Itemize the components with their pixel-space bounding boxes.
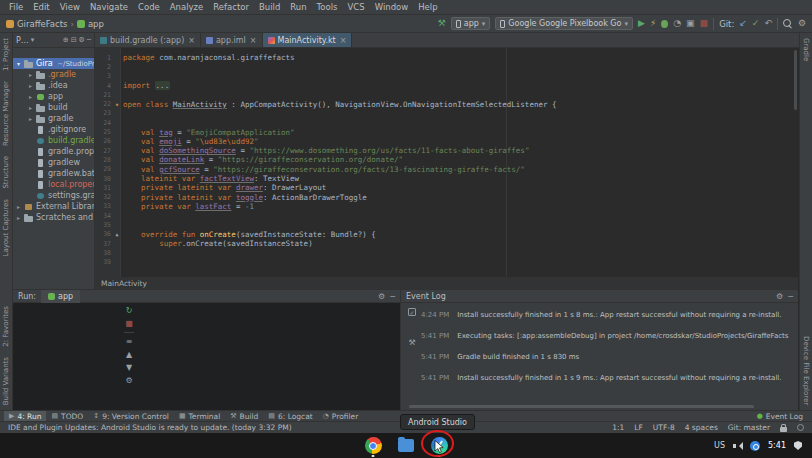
taskbar-files[interactable]: [397, 434, 416, 457]
tree-item-build-gradle[interactable]: build.gradle: [13, 135, 94, 146]
event-log-entry[interactable]: 5:41 PMInstall successfully finished in …: [421, 374, 794, 382]
menu-item-help[interactable]: Help: [413, 2, 442, 12]
status-1-1[interactable]: 1:1: [612, 423, 624, 432]
toolwindow-button-4-run[interactable]: ▶4: Run: [4, 411, 46, 421]
settings-gear-icon[interactable]: ⚙: [79, 36, 85, 44]
stop-icon[interactable]: ■: [125, 319, 133, 328]
tool-stripe-device-file-explorer[interactable]: Device File Explorer: [802, 336, 810, 405]
tool-stripe-structure[interactable]: Structure: [2, 156, 10, 189]
tree-item-local-properties[interactable]: local.properties: [13, 179, 94, 190]
run-configuration-select[interactable]: app ▾: [451, 17, 491, 30]
event-log-content[interactable]: 4:24 PMInstall successfully finished in …: [401, 303, 798, 410]
tree-item-gradlew-bat[interactable]: gradlew.bat: [13, 168, 94, 179]
code-line[interactable]: 35: [95, 220, 798, 229]
menu-item-run[interactable]: Run: [285, 2, 311, 12]
event-log-entry[interactable]: 5:41 PMGradle build finished in 1 s 830 …: [421, 353, 794, 361]
breadcrumb-class-name[interactable]: MainActivity: [101, 279, 147, 288]
tree-item-gradle[interactable]: ▸.gradle: [13, 69, 94, 80]
toolwindow-button-event-log[interactable]: ●Event Log: [752, 412, 808, 421]
code-line[interactable]: 34: [95, 211, 798, 220]
menu-item-navigate[interactable]: Navigate: [85, 2, 133, 12]
code-line[interactable]: 38: [95, 248, 798, 257]
collapse-all-icon[interactable]: ⊟: [71, 36, 77, 44]
editor-scrollbar[interactable]: [794, 50, 797, 110]
tree-item-gitignore[interactable]: .gitignore: [13, 124, 94, 135]
menu-item-window[interactable]: Window: [370, 2, 414, 12]
menu-item-tools[interactable]: Tools: [312, 2, 343, 12]
code-line[interactable]: 21: [95, 90, 798, 99]
settings-gear-icon[interactable]: ⚙: [378, 292, 385, 301]
code-line[interactable]: 31 private lateinit var drawer: DrawerLa…: [95, 183, 798, 192]
apply-changes-button[interactable]: ⚡: [650, 19, 656, 28]
tree-item-gradle-properties[interactable]: gradle.properties: [13, 146, 94, 157]
keyboard-layout-indicator[interactable]: US: [714, 441, 725, 450]
menu-item-analyze[interactable]: Analyze: [165, 2, 209, 12]
tree-item-app[interactable]: ▸app: [13, 91, 94, 102]
settings-gear-icon[interactable]: ⚙: [798, 19, 806, 28]
tab-app-iml[interactable]: app.iml×: [201, 33, 263, 47]
memory-indicator-icon[interactable]: [797, 424, 804, 431]
status-message[interactable]: IDE and Plugin Updates: Android Studio i…: [8, 423, 292, 432]
git-rollback-button[interactable]: ↶: [764, 19, 772, 28]
run-button[interactable]: ▶: [638, 19, 645, 28]
code-line[interactable]: 24: [95, 118, 798, 127]
attach-debugger-button[interactable]: ▣: [686, 19, 695, 28]
expand-all-icon[interactable]: ⊕: [63, 36, 69, 44]
code-line[interactable]: 27 val doSomethingSource = "https://www.…: [95, 146, 798, 155]
close-icon[interactable]: ×: [250, 36, 257, 45]
menu-item-code[interactable]: Code: [133, 2, 165, 12]
toolwindow-button-terminal[interactable]: ▦Terminal: [174, 411, 225, 421]
shield-icon[interactable]: [794, 441, 802, 450]
tool-stripe-build-variants[interactable]: Build Variants: [2, 357, 10, 405]
console-settings-icon[interactable]: ⚙: [125, 376, 132, 385]
code-line[interactable]: 4import ...: [95, 81, 798, 90]
status-lf[interactable]: LF: [634, 423, 643, 432]
breadcrumb-giraffefacts[interactable]: GiraffeFacts: [6, 19, 68, 29]
code-line[interactable]: 28 val donateLink = "https://giraffecons…: [95, 155, 798, 164]
event-log-scrollbar[interactable]: [409, 405, 754, 408]
code-line[interactable]: 23: [95, 109, 798, 118]
tool-stripe-layout-captures[interactable]: Layout Captures: [2, 199, 10, 257]
code-line[interactable]: 37 super.onCreate(savedInstanceState): [95, 239, 798, 248]
stop-button[interactable]: ■: [700, 19, 709, 28]
menu-icon[interactable]: ≡: [126, 337, 133, 346]
volume-icon[interactable]: [733, 442, 742, 450]
code-line[interactable]: 1package com.naranjaconsal.giraffefacts: [95, 53, 798, 62]
code-line[interactable]: 36▲ override fun onCreate(savedInstanceS…: [95, 230, 798, 239]
bookmark-gutter-icon[interactable]: ▪: [113, 102, 121, 107]
breadcrumb-app[interactable]: app: [77, 19, 104, 29]
git-commit-button[interactable]: ✓: [752, 19, 760, 28]
toolwindow-button-9-version-control[interactable]: ↕9: Version Control: [88, 411, 174, 421]
build-hammer-icon[interactable]: ⚒: [438, 19, 446, 28]
tree-item-build[interactable]: ▸build: [13, 102, 94, 113]
code-line[interactable]: 33 private var lastFact = -1: [95, 202, 798, 211]
tool-stripe-gradle[interactable]: Gradle: [802, 38, 810, 61]
tree-item-idea[interactable]: ▸.idea: [13, 80, 94, 91]
code-area[interactable]: 1package com.naranjaconsal.giraffefacts2…: [95, 48, 798, 277]
search-icon[interactable]: [783, 19, 793, 29]
tool-stripe-resource-manager[interactable]: Resource Manager: [2, 81, 10, 146]
code-line[interactable]: 32 private lateinit var toggle: ActionBa…: [95, 192, 798, 201]
debug-button[interactable]: [661, 20, 668, 28]
notification-icon[interactable]: [750, 441, 760, 451]
hide-icon[interactable]: ─: [788, 292, 793, 301]
code-line[interactable]: 22▪open class MainActivity : AppCompatAc…: [95, 99, 798, 108]
event-log-entry[interactable]: 5:41 PMExecuting tasks: [:app:assembleDe…: [421, 332, 794, 340]
status-utf-8[interactable]: UTF-8: [653, 423, 675, 432]
close-icon[interactable]: ×: [340, 36, 347, 45]
scroll-down-icon[interactable]: ▼: [126, 363, 132, 372]
hide-icon[interactable]: ─: [390, 292, 395, 301]
editor-breadcrumb[interactable]: MainActivity: [95, 277, 798, 289]
tree-item-gradle[interactable]: ▸gradle: [13, 113, 94, 124]
tool-stripe-2-favorites[interactable]: 2: Favorites: [2, 306, 10, 347]
tab-build-gradle-app[interactable]: build.gradle (:app)×: [95, 33, 201, 47]
tab-mainactivity-kt[interactable]: MainActivity.kt×: [263, 33, 353, 47]
code-line[interactable]: 29 val gcfSource = "https://giraffeconse…: [95, 165, 798, 174]
toolwindow-button-build[interactable]: ⚒Build: [225, 411, 263, 421]
tree-root[interactable]: ▾GiraffeFacts~/StudioProjects/GiraffeFac…: [13, 58, 94, 69]
hide-icon[interactable]: ─: [87, 36, 91, 44]
git-update-button[interactable]: ↙: [739, 19, 747, 28]
profile-button[interactable]: ◔: [673, 19, 681, 28]
close-icon[interactable]: ×: [188, 36, 195, 45]
run-tab-app[interactable]: app: [41, 290, 80, 303]
